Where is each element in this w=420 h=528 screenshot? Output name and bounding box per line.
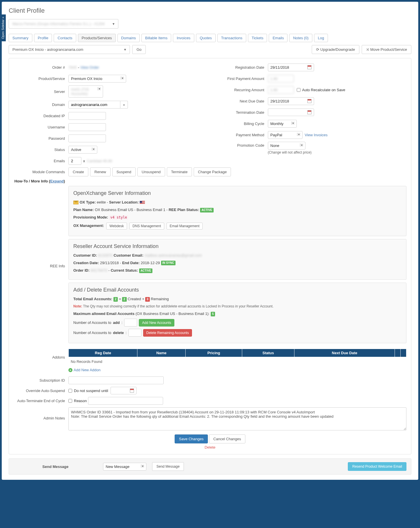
reseller-panel-title: Reseller Account Service Information (73, 243, 402, 249)
webdesk-button[interactable]: Webdesk (106, 223, 127, 230)
dedicated-ip-label: Dedicated IP (14, 114, 68, 118)
auto-recalc-row[interactable]: Auto Recalculate on Save (297, 88, 346, 92)
addons-th-action2 (401, 349, 406, 357)
mail-icon (73, 201, 79, 204)
terminate-button[interactable]: Terminate (167, 167, 192, 176)
payment-method-label: Payment Method (213, 133, 268, 137)
create-button[interactable]: Create (68, 167, 88, 176)
next-due-input[interactable]: 29/12/2018 (268, 97, 314, 105)
tab-products-services[interactable]: Products/Services (78, 34, 116, 42)
tab-tickets[interactable]: Tickets (248, 34, 267, 42)
email-accounts-panel: Add / Delete Email Accounts Total Email … (68, 283, 406, 343)
addons-th-regdate: Reg Date (69, 349, 137, 357)
emails-qty-input[interactable] (68, 157, 81, 165)
delete-accounts-input[interactable] (128, 329, 141, 337)
tab-invoices[interactable]: Invoices (173, 34, 194, 42)
subscription-id-input[interactable] (68, 376, 164, 384)
calendar-icon (130, 389, 134, 393)
next-due-label: Next Due Date (213, 99, 268, 103)
product-select[interactable]: Premium OX Inicio (68, 75, 126, 83)
resend-welcome-button[interactable]: Resend Product Welcome Email (348, 462, 406, 471)
admin-notes-textarea[interactable] (68, 407, 406, 430)
reg-date-label: Registration Date (213, 65, 268, 70)
ree-info-label: REE Info (14, 264, 68, 268)
order-label: Order # (14, 65, 68, 70)
promo-select[interactable]: None (268, 142, 305, 150)
add-accounts-input[interactable] (124, 319, 137, 326)
save-changes-button[interactable]: Save Changes (175, 434, 208, 443)
domain-input[interactable] (68, 101, 120, 109)
open-sidebar-tab[interactable]: Open Sidebar » (0, 14, 6, 41)
recurring-input[interactable] (268, 86, 294, 94)
username-input[interactable] (68, 123, 106, 131)
tab-billable-items[interactable]: Billable Items (141, 34, 171, 42)
password-label: Password (14, 136, 68, 141)
payment-method-select[interactable]: PayPal (268, 131, 303, 139)
subscription-id-label: Subscription ID (14, 378, 68, 383)
tab-summary[interactable]: Summary (9, 34, 32, 42)
send-message-button[interactable]: Send Message (152, 462, 184, 471)
delete-accounts-button[interactable]: Delete Remaining Accounts (143, 329, 192, 337)
client-selector[interactable]: Marco Ferrero (Grupo Informatico Ferrero… (9, 19, 118, 29)
override-suspend-checkbox[interactable] (68, 389, 72, 393)
server-select[interactable]: mx01 (715 Accounts) (68, 85, 103, 98)
reg-date-input[interactable]: 29/11/2018 (268, 64, 314, 71)
reseller-panel: Reseller Account Service Information Cus… (68, 239, 406, 280)
auto-terminate-reason-input[interactable] (88, 397, 163, 405)
status-select[interactable]: Active (68, 146, 97, 154)
termination-input[interactable] (268, 109, 314, 116)
module-commands-label: Module Commands (14, 170, 68, 174)
billing-cycle-select[interactable]: Monthly (268, 120, 297, 128)
delete-link[interactable]: Delete (14, 445, 406, 449)
unsuspend-button[interactable]: Unsuspend (137, 167, 165, 176)
suspend-button[interactable]: Suspend (112, 167, 136, 176)
tab-log[interactable]: Log (314, 34, 328, 42)
password-input[interactable] (68, 135, 106, 142)
order-value: 7845 (68, 65, 77, 70)
tab-quotes[interactable]: Quotes (196, 34, 216, 42)
us-flag-icon (140, 201, 145, 204)
override-suspend-date[interactable] (111, 387, 137, 394)
addons-label: Addons (14, 349, 68, 359)
tab-contacts[interactable]: Contacts (54, 34, 76, 42)
emails-unit: Cantidad 45.90 (87, 159, 112, 163)
move-product-button[interactable]: Move Product/Service (362, 45, 411, 54)
no-records: No Records Found (68, 357, 406, 366)
main-panel: Client Profile Marco Ferrero (Grupo Info… (2, 2, 418, 480)
ox-panel-title: OpenXchange Server Information (73, 190, 402, 196)
service-select[interactable]: Premium OX Inicio - astrograncanaria.com (9, 45, 130, 54)
cancel-changes-button[interactable]: Cancel Changes (209, 434, 245, 443)
dns-mgmt-button[interactable]: DNS Management (129, 223, 164, 230)
tab-notes[interactable]: Notes (0) (289, 34, 312, 42)
email-panel-title: Add / Delete Email Accounts (73, 287, 402, 293)
change-package-button[interactable]: Change Package (194, 167, 231, 176)
dedicated-ip-input[interactable] (68, 112, 106, 120)
first-payment-input[interactable] (268, 75, 294, 83)
tab-domains[interactable]: Domains (117, 34, 140, 42)
expand-link[interactable]: Expand (50, 179, 64, 183)
upgrade-downgrade-button[interactable]: Upgrade/Downgrade (312, 45, 359, 54)
tab-emails[interactable]: Emails (269, 34, 288, 42)
domain-dropdown[interactable] (120, 101, 128, 109)
addons-th-status: Status (242, 349, 294, 357)
renew-button[interactable]: Renew (90, 167, 110, 176)
termination-label: Termination Date (213, 110, 268, 115)
tab-profile[interactable]: Profile (34, 34, 52, 42)
tab-transactions[interactable]: Transactions (217, 34, 246, 42)
view-order-link[interactable]: View Order (80, 65, 99, 70)
go-button[interactable]: Go (132, 45, 146, 54)
view-invoices-link[interactable]: View Invoices (305, 133, 328, 137)
domain-label: Domain (14, 102, 68, 107)
tab-bar: Summary Profile Contacts Products/Servic… (9, 34, 411, 42)
emails-x: x (83, 159, 85, 163)
add-new-addon-link[interactable]: +Add New Addon (68, 366, 406, 374)
auto-recalc-checkbox[interactable] (297, 88, 300, 92)
first-payment-label: First Payment Amount (213, 77, 268, 81)
email-mgmt-button[interactable]: Email Management (167, 223, 203, 230)
recurring-label: Recurring Amount (213, 88, 268, 92)
howto-label: How-To / More Info (Expand) (14, 179, 68, 183)
admin-notes-label: Admin Notes (14, 407, 68, 420)
send-message-select[interactable]: New Message (103, 463, 146, 471)
auto-terminate-checkbox[interactable] (68, 399, 72, 403)
add-accounts-button[interactable]: Add New Accounts (139, 319, 174, 326)
